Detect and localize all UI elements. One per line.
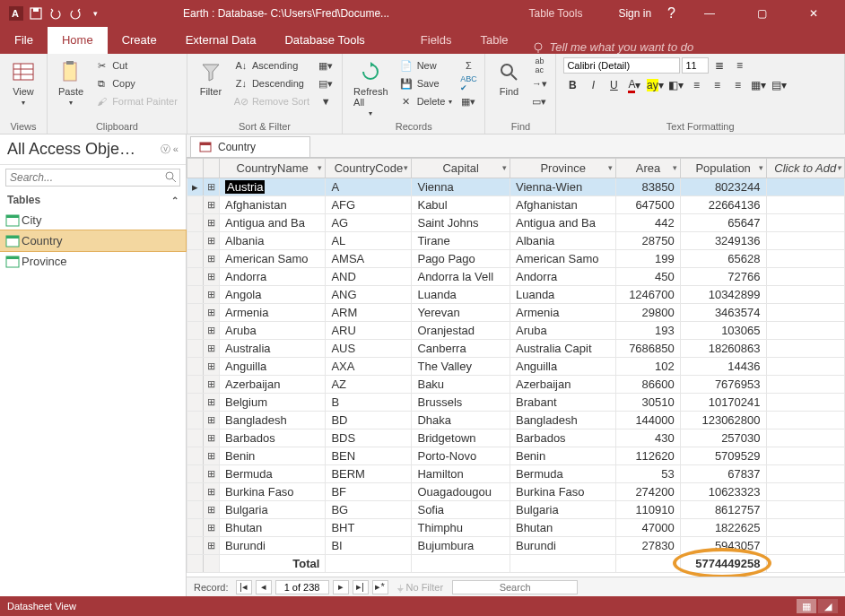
copy-button[interactable]: ⧉Copy <box>92 75 179 91</box>
row-selector[interactable] <box>187 196 204 214</box>
totals-row[interactable]: Total5774449258 <box>187 555 845 573</box>
table-row[interactable]: ⊞American SamoAMSAPago PagoAmerican Samo… <box>187 250 845 268</box>
nav-search-input[interactable] <box>5 169 180 187</box>
row-selector[interactable] <box>187 358 204 376</box>
row-selector[interactable] <box>187 340 204 358</box>
expand-button[interactable]: ⊞ <box>204 358 220 376</box>
tab-file[interactable]: File <box>0 27 48 54</box>
bold-button[interactable]: B <box>563 77 581 93</box>
column-dropdown-icon[interactable]: ▾ <box>759 163 763 172</box>
column-header[interactable]: Province▾ <box>510 159 615 178</box>
nav-item-province[interactable]: Province <box>0 251 186 272</box>
replace-button[interactable]: abac <box>530 57 548 74</box>
goto-button[interactable]: →▾ <box>530 75 548 91</box>
underline-button[interactable]: U <box>605 77 623 93</box>
table-row[interactable]: ▸⊞AustriaAViennaVienna-Wien838508023244 <box>187 178 845 196</box>
expand-button[interactable]: ⊞ <box>204 501 220 519</box>
row-selector[interactable] <box>187 322 204 340</box>
new-record-nav-button[interactable]: ▸* <box>372 580 388 594</box>
expand-button[interactable]: ⊞ <box>204 214 220 232</box>
row-selector[interactable] <box>187 376 204 394</box>
cut-button[interactable]: ✂Cut <box>92 57 179 74</box>
column-dropdown-icon[interactable]: ▾ <box>318 163 322 172</box>
table-row[interactable]: ⊞AngolaANGLuandaLuanda124670010342899 <box>187 286 845 304</box>
table-row[interactable]: ⊞BulgariaBGSofiaBulgaria1109108612757 <box>187 501 845 519</box>
spelling-button[interactable]: ABC✔ <box>459 75 477 91</box>
expand-button[interactable]: ⊞ <box>204 286 220 304</box>
tab-external-data[interactable]: External Data <box>171 27 271 54</box>
tab-database-tools[interactable]: Database Tools <box>270 27 379 54</box>
format-painter-button[interactable]: 🖌Format Painter <box>92 93 179 109</box>
column-header[interactable]: Capital▾ <box>412 159 510 178</box>
row-selector[interactable] <box>187 412 204 429</box>
first-record-button[interactable]: |◂ <box>236 580 252 594</box>
numbering-button[interactable]: ≡ <box>730 57 748 74</box>
prev-record-button[interactable]: ◂ <box>256 580 272 594</box>
column-dropdown-icon[interactable]: ▾ <box>673 163 677 172</box>
alt-row-color-button[interactable]: ▤▾ <box>770 77 788 93</box>
next-record-button[interactable]: ▸ <box>333 580 349 594</box>
toggle-filter-button[interactable]: ▼ <box>317 93 335 109</box>
delete-record-button[interactable]: ✕Delete ▾ <box>397 93 455 109</box>
column-header[interactable]: CountryName▾ <box>220 159 326 178</box>
tab-table[interactable]: Table <box>466 27 523 54</box>
tab-fields[interactable]: Fields <box>406 27 466 54</box>
gridlines-button[interactable]: ▦▾ <box>749 77 767 93</box>
row-selector[interactable] <box>187 394 204 412</box>
record-position-input[interactable] <box>275 580 329 594</box>
table-row[interactable]: ⊞AnguillaAXAThe ValleyAnguilla10214436 <box>187 358 845 376</box>
column-dropdown-icon[interactable]: ▾ <box>608 163 613 172</box>
table-row[interactable]: ⊞BarbadosBDSBridgetownBarbados430257030 <box>187 429 845 447</box>
expand-button[interactable]: ⊞ <box>204 250 220 268</box>
row-selector[interactable] <box>187 501 204 519</box>
table-row[interactable]: ⊞Burkina FasoBFOuagadougouBurkina Faso27… <box>187 483 845 501</box>
datasheet-search-input[interactable] <box>452 580 578 594</box>
help-icon[interactable]: ? <box>667 5 675 22</box>
expand-button[interactable]: ⊞ <box>204 178 220 196</box>
nav-group-tables[interactable]: Tables ⌃ <box>0 190 186 210</box>
row-selector[interactable] <box>187 447 204 465</box>
row-selector[interactable] <box>187 519 204 537</box>
expand-button[interactable]: ⊞ <box>204 537 220 555</box>
more-records-button[interactable]: ▦▾ <box>459 93 477 109</box>
qat-dropdown-icon[interactable]: ▾ <box>88 6 102 21</box>
advanced-filter-button[interactable]: ▤▾ <box>317 75 335 91</box>
restore-button[interactable]: ▢ <box>744 0 780 27</box>
save-icon[interactable] <box>29 6 43 21</box>
font-name-input[interactable] <box>563 57 680 74</box>
datasheet-grid[interactable]: CountryName▾CountryCode▾Capital▾Province… <box>187 158 845 577</box>
row-selector[interactable] <box>187 286 204 304</box>
datasheet-tab[interactable]: Country <box>190 136 310 157</box>
expand-button[interactable]: ⊞ <box>204 304 220 322</box>
expand-button[interactable]: ⊞ <box>204 394 220 412</box>
expand-button[interactable]: ⊞ <box>204 340 220 358</box>
table-row[interactable]: ⊞BelgiumBBrusselsBrabant3051010170241 <box>187 394 845 412</box>
table-row[interactable]: ⊞AfghanistanAFGKabulAfghanistan647500226… <box>187 196 845 214</box>
table-row[interactable]: ⊞ArmeniaARMYerevanArmenia298003463574 <box>187 304 845 322</box>
expand-button[interactable]: ⊞ <box>204 483 220 501</box>
row-selector[interactable] <box>187 250 204 268</box>
totals-button[interactable]: Σ <box>459 57 477 74</box>
row-selector[interactable] <box>187 465 204 483</box>
sign-in-link[interactable]: Sign in <box>618 7 651 20</box>
refresh-all-button[interactable]: Refresh All▾ <box>350 57 392 119</box>
font-color-button[interactable]: A▾ <box>625 77 643 93</box>
expand-button[interactable]: ⊞ <box>204 376 220 394</box>
expand-button[interactable]: ⊞ <box>204 322 220 340</box>
column-dropdown-icon[interactable]: ▾ <box>837 163 841 172</box>
bullets-button[interactable]: ≣ <box>710 57 728 74</box>
expand-button[interactable]: ⊞ <box>204 465 220 483</box>
expand-button[interactable]: ⊞ <box>204 429 220 447</box>
column-header[interactable]: Area▾ <box>616 159 680 178</box>
font-size-input[interactable] <box>682 57 709 74</box>
nav-item-country[interactable]: Country <box>0 230 186 251</box>
nav-title[interactable]: All Access Obje… <box>7 140 135 159</box>
ascending-button[interactable]: A↓Ascending <box>232 57 311 74</box>
search-icon[interactable] <box>164 170 177 183</box>
filter-button[interactable]: Filter <box>195 57 227 99</box>
expand-button[interactable]: ⊞ <box>204 196 220 214</box>
expand-button[interactable]: ⊞ <box>204 412 220 429</box>
table-row[interactable]: ⊞AzerbaijanAZBakuAzerbaijan866007676953 <box>187 376 845 394</box>
table-row[interactable]: ⊞BhutanBHTThimphuBhutan470001822625 <box>187 519 845 537</box>
italic-button[interactable]: I <box>584 77 602 93</box>
